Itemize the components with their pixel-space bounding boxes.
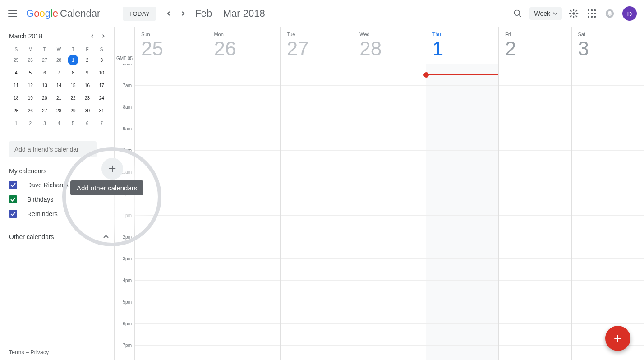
mini-day-cell[interactable]: 2 <box>80 54 95 66</box>
hour-cell[interactable] <box>426 324 498 346</box>
mini-day-cell[interactable]: 28 <box>52 54 66 66</box>
hour-cell[interactable] <box>572 237 644 259</box>
mini-day-cell[interactable]: 23 <box>80 92 95 104</box>
menu-icon[interactable] <box>7 8 18 19</box>
mini-day-cell[interactable]: 18 <box>9 92 23 104</box>
day-header[interactable]: Sat3 <box>571 27 644 64</box>
hour-cell[interactable] <box>281 346 353 360</box>
hour-cell[interactable] <box>281 172 353 194</box>
my-calendars-header[interactable]: My calendars <box>9 167 109 175</box>
mini-day-cell[interactable]: 5 <box>66 117 80 129</box>
mini-day-cell[interactable]: 12 <box>23 79 38 92</box>
hour-cell[interactable] <box>281 302 353 324</box>
hour-cell[interactable] <box>135 259 207 281</box>
hour-cell[interactable] <box>207 259 280 281</box>
hour-cell[interactable] <box>353 302 425 324</box>
hour-cell[interactable] <box>281 259 353 281</box>
hour-cell[interactable] <box>499 346 571 360</box>
hour-cell[interactable] <box>572 281 644 302</box>
hour-cell[interactable] <box>207 281 280 302</box>
mini-calendar[interactable]: SMTWTFS 25262728123456789101112131415161… <box>9 45 109 129</box>
hour-cell[interactable] <box>353 129 425 151</box>
mini-day-cell[interactable]: 2 <box>23 117 38 129</box>
mini-day-cell[interactable]: 26 <box>23 104 38 117</box>
mini-day-cell[interactable]: 9 <box>80 66 95 79</box>
hour-cell[interactable] <box>207 64 280 86</box>
view-selector[interactable]: Week <box>529 7 562 20</box>
day-header[interactable]: Mon26 <box>207 27 280 64</box>
hour-cell[interactable] <box>353 194 425 216</box>
mini-day-cell[interactable]: 4 <box>9 66 23 79</box>
add-other-calendars-button[interactable] <box>101 158 123 180</box>
hour-cell[interactable] <box>135 346 207 360</box>
hour-cell[interactable] <box>207 324 280 346</box>
hour-cell[interactable] <box>135 194 207 216</box>
hour-cell[interactable] <box>572 259 644 281</box>
today-button[interactable]: TODAY <box>123 7 156 21</box>
app-logo[interactable]: Google Calendar <box>26 8 100 19</box>
hour-cell[interactable] <box>281 281 353 302</box>
hour-cell[interactable] <box>353 216 425 237</box>
mini-day-cell[interactable]: 17 <box>94 79 109 92</box>
create-event-fab[interactable] <box>605 326 630 351</box>
day-column[interactable] <box>426 64 498 360</box>
mini-day-cell[interactable]: 8 <box>66 66 80 79</box>
hour-cell[interactable] <box>135 237 207 259</box>
hour-cell[interactable] <box>207 302 280 324</box>
mini-day-cell[interactable]: 16 <box>80 79 95 92</box>
mini-day-cell[interactable]: 24 <box>94 92 109 104</box>
hour-cell[interactable] <box>353 259 425 281</box>
hour-cell[interactable] <box>281 64 353 86</box>
hour-cell[interactable] <box>499 107 571 129</box>
hour-cell[interactable] <box>499 194 571 216</box>
hour-cell[interactable] <box>281 151 353 172</box>
calendar-checkbox[interactable] <box>9 181 17 189</box>
hour-cell[interactable] <box>353 64 425 86</box>
hour-cell[interactable] <box>426 129 498 151</box>
next-week-button[interactable] <box>176 6 190 21</box>
mini-day-cell[interactable]: 3 <box>94 54 109 66</box>
mini-day-cell[interactable]: 7 <box>94 117 109 129</box>
hour-cell[interactable] <box>353 324 425 346</box>
mini-day-cell[interactable]: 4 <box>52 117 66 129</box>
mini-prev-month[interactable] <box>87 31 98 42</box>
day-header[interactable]: Thu1 <box>426 27 498 64</box>
hour-cell[interactable] <box>353 86 425 107</box>
hour-cell[interactable] <box>499 281 571 302</box>
mini-day-cell[interactable]: 10 <box>94 66 109 79</box>
hour-cell[interactable] <box>572 86 644 107</box>
day-header[interactable]: Fri2 <box>498 27 571 64</box>
hour-cell[interactable] <box>281 107 353 129</box>
hour-cell[interactable] <box>572 216 644 237</box>
prev-week-button[interactable] <box>161 6 176 21</box>
mini-day-cell[interactable]: 26 <box>23 54 38 66</box>
mini-day-cell[interactable]: 7 <box>52 66 66 79</box>
mini-day-cell[interactable]: 31 <box>94 104 109 117</box>
hour-cell[interactable] <box>135 216 207 237</box>
hour-cell[interactable] <box>207 346 280 360</box>
mini-day-cell[interactable]: 19 <box>23 92 38 104</box>
hour-cell[interactable] <box>426 151 498 172</box>
day-column[interactable] <box>571 64 644 360</box>
day-column[interactable] <box>207 64 280 360</box>
mini-day-cell[interactable]: 13 <box>37 79 52 92</box>
hour-cell[interactable] <box>207 86 280 107</box>
hour-cell[interactable] <box>426 194 498 216</box>
hour-cell[interactable] <box>499 216 571 237</box>
mini-day-cell[interactable]: 3 <box>37 117 52 129</box>
footer-links[interactable]: Terms – Privacy <box>9 349 109 355</box>
hour-cell[interactable] <box>572 64 644 86</box>
mini-day-cell[interactable]: 6 <box>37 66 52 79</box>
account-avatar[interactable]: D <box>622 6 637 21</box>
hour-cell[interactable] <box>499 172 571 194</box>
hour-cell[interactable] <box>572 172 644 194</box>
search-icon[interactable] <box>509 5 527 23</box>
hour-cell[interactable] <box>499 259 571 281</box>
mini-day-cell[interactable]: 20 <box>37 92 52 104</box>
mini-day-cell[interactable]: 27 <box>37 104 52 117</box>
mini-next-month[interactable] <box>98 31 109 42</box>
hour-cell[interactable] <box>426 86 498 107</box>
hour-cell[interactable] <box>572 151 644 172</box>
hour-cell[interactable] <box>353 281 425 302</box>
hour-cell[interactable] <box>499 151 571 172</box>
